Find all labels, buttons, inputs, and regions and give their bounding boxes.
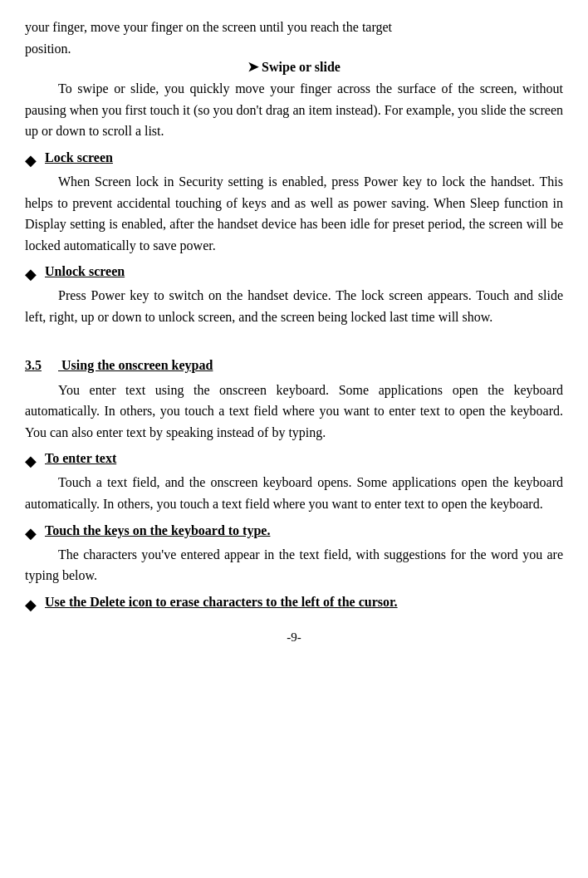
lock-screen-item: ◆ Lock screen <box>25 150 563 169</box>
to-enter-text-item: ◆ To enter text <box>25 451 563 470</box>
swipe-body: To swipe or slide, you quickly move your… <box>25 78 563 142</box>
touch-keys-item: ◆ Touch the keys on the keyboard to type… <box>25 523 563 542</box>
opening-text: your finger, move your finger on the scr… <box>25 17 563 59</box>
touch-keys-body: The characters you've entered appear in … <box>25 544 563 586</box>
delete-icon-item: ◆ Use the Delete icon to erase character… <box>25 595 563 614</box>
bullet-diamond-lock: ◆ <box>25 151 37 169</box>
swipe-heading: ➤ Swipe or slide <box>25 59 563 75</box>
bullet-diamond-delete: ◆ <box>25 596 37 614</box>
bullet-diamond-enter: ◆ <box>25 452 37 470</box>
bullet-diamond-unlock: ◆ <box>25 265 37 283</box>
unlock-screen-heading: Unlock screen <box>45 264 125 279</box>
lock-screen-heading: Lock screen <box>45 150 113 165</box>
unlock-screen-body: Press Power key to switch on the handset… <box>25 285 563 327</box>
unlock-screen-item: ◆ Unlock screen <box>25 264 563 283</box>
page-number: -9- <box>25 630 563 645</box>
delete-icon-heading: Use the Delete icon to erase characters … <box>45 595 398 610</box>
lock-screen-body: When Screen lock in Security setting is … <box>25 171 563 256</box>
to-enter-text-body: Touch a text field, and the onscreen key… <box>25 472 563 514</box>
section-3-5-intro: You enter text using the onscreen keyboa… <box>25 380 563 444</box>
touch-keys-heading: Touch the keys on the keyboard to type. <box>45 523 270 538</box>
bullet-diamond-touch: ◆ <box>25 524 37 542</box>
section-3-5-heading: 3.5 Using the onscreen keypad <box>25 358 563 373</box>
to-enter-text-heading: To enter text <box>45 451 116 466</box>
